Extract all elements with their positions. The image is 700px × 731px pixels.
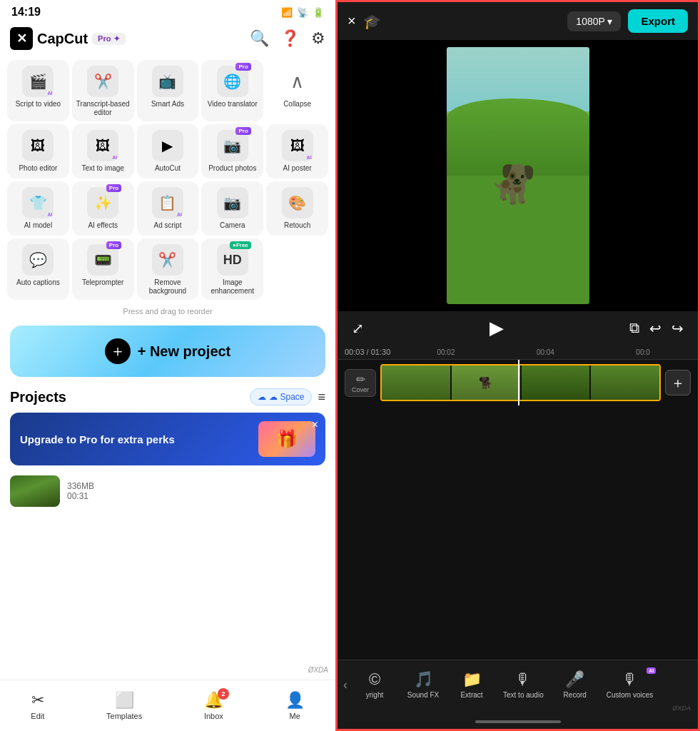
toolbar-left-arrow[interactable]: ‹	[340, 666, 350, 703]
redo-button[interactable]: ↪	[671, 320, 684, 337]
toolbar-text-to-audio[interactable]: 🎙 Text to audio	[496, 666, 551, 703]
tool-script-to-video[interactable]: 🎬 AI Script to video	[7, 60, 69, 121]
logo-area: ✕ CapCut Pro ✦	[10, 27, 244, 50]
toolbar-record[interactable]: 🎤 Record	[551, 666, 599, 703]
tool-label: Script to video	[16, 100, 61, 109]
tool-autocut[interactable]: ▶ AutoCut	[137, 124, 199, 178]
inbox-icon: 🔔 2	[204, 691, 223, 710]
sort-icon[interactable]: ≡	[318, 390, 325, 405]
tool-ad-script[interactable]: 📋 AI Ad script	[137, 181, 199, 236]
custom-voices-icon: 🎙	[622, 670, 638, 689]
tool-teleprompter[interactable]: Pro 📟 Teleprompter	[72, 238, 134, 300]
new-project-button[interactable]: ＋ + New project	[10, 326, 325, 377]
tool-smart-ads[interactable]: 📺 Smart Ads	[137, 60, 199, 121]
nav-me-label: Me	[289, 712, 300, 720]
video-preview: 🐕	[338, 40, 698, 311]
cover-icon: ✏	[356, 373, 365, 386]
tool-label: Auto captions	[16, 278, 60, 287]
ai-poster-icon: 🖼	[290, 138, 305, 154]
right-panel: × 🎓 1080P ▾ Export 🐕 ⤢ ▶ ⧉ ↩ ↪ 00:	[335, 0, 700, 731]
export-button[interactable]: Export	[628, 9, 688, 33]
header-icons: 🔍 ❓ ⚙	[250, 29, 325, 48]
strip-3	[522, 366, 590, 400]
tool-camera[interactable]: 📷 Camera	[201, 181, 263, 236]
pro-badge[interactable]: Pro ✦	[92, 33, 125, 45]
battery-icon: 🔋	[313, 7, 324, 18]
camera-icon: 📷	[223, 194, 241, 211]
toolbar-custom-voices[interactable]: AI 🎙 Custom voices	[599, 666, 661, 703]
toolbar-sound-fx[interactable]: 🎵 Sound FX	[399, 666, 447, 703]
tool-ai-model[interactable]: 👕 AI AI model	[7, 181, 69, 236]
nav-templates[interactable]: ⬜ Templates	[106, 691, 142, 720]
toolbar-copyright[interactable]: © yright	[350, 666, 399, 703]
home-indicator	[475, 720, 561, 723]
photo-editor-icon: 🖼	[31, 138, 45, 154]
settings-icon[interactable]: ⚙	[311, 29, 325, 48]
search-icon[interactable]: 🔍	[250, 29, 269, 48]
undo-button[interactable]: ↩	[649, 320, 661, 337]
toolbar-sound-fx-label: Sound FX	[407, 691, 439, 699]
nav-templates-label: Templates	[106, 712, 142, 720]
timeline-area: 00:03 / 01:30 00:02 00:04 00:0 ✏ Cover 🐕	[338, 345, 698, 660]
tool-auto-captions[interactable]: 💬 Auto captions	[7, 238, 69, 300]
ruler-marks: 00:02 00:04 00:0	[396, 348, 691, 356]
status-icons: 📶 📡 🔋	[281, 7, 324, 18]
nav-inbox[interactable]: 🔔 2 Inbox	[204, 691, 223, 720]
resolution-button[interactable]: 1080P ▾	[567, 11, 621, 31]
ruler-mark-1: 00:02	[437, 348, 455, 356]
promo-close-button[interactable]: ×	[312, 418, 318, 431]
bottom-toolbar: ‹ © yright 🎵 Sound FX 📁 Extract 🎙 Text t…	[338, 660, 698, 717]
edit-controls: ⧉ ↩ ↪	[629, 320, 684, 337]
tool-label: AI model	[24, 221, 52, 230]
tool-video-translator[interactable]: Pro 🌐 Video translator	[201, 60, 263, 121]
tool-label: Retouch	[284, 221, 310, 230]
tool-remove-bg[interactable]: ✂️ Remove background	[137, 238, 199, 300]
nav-me[interactable]: 👤 Me	[285, 691, 305, 720]
autocut-icon: ▶	[162, 137, 173, 154]
video-strips[interactable]: 🐕	[380, 364, 661, 401]
space-button[interactable]: ☁ ☁ Space	[250, 388, 312, 405]
tool-collapse[interactable]: ∧ Collapse	[266, 60, 328, 121]
sound-fx-icon: 🎵	[414, 670, 433, 689]
tool-text-to-image[interactable]: 🖼 AI Text to image	[72, 124, 134, 178]
toolbar-extract[interactable]: 📁 Extract	[447, 666, 496, 703]
tool-retouch[interactable]: 🎨 Retouch	[266, 181, 328, 236]
text-image-icon: 🖼	[96, 138, 110, 154]
capcut-logo-icon: ✕	[10, 27, 33, 50]
wifi-icon: 📡	[297, 7, 308, 18]
fullscreen-button[interactable]: ⤢	[352, 320, 364, 337]
layers-button[interactable]: ⧉	[629, 320, 639, 336]
close-button[interactable]: ×	[348, 13, 356, 29]
record-icon: 🎤	[565, 670, 584, 689]
project-item[interactable]: 336MB 00:31	[0, 470, 335, 513]
tutorial-button[interactable]: 🎓	[363, 13, 381, 30]
script-video-icon: 🎬	[29, 73, 47, 90]
play-button[interactable]: ▶	[490, 317, 504, 339]
tools-grid: 🎬 AI Script to video ✂️ Transcript-based…	[0, 56, 335, 304]
tool-product-photos[interactable]: Pro 📷 Product photos	[201, 124, 263, 178]
tool-label: Text to image	[81, 164, 123, 173]
extract-icon: 📁	[462, 670, 482, 689]
right-xda-logo: ØXDA	[338, 703, 698, 715]
text-audio-icon: 🎙	[515, 670, 531, 689]
collapse-icon: ∧	[290, 71, 304, 93]
add-clip-button[interactable]: ＋	[665, 370, 691, 395]
tool-transcript-editor[interactable]: ✂️ Transcript-based editor	[72, 60, 134, 121]
help-icon[interactable]: ❓	[280, 29, 300, 48]
auto-captions-icon: 💬	[29, 251, 47, 268]
promo-image: 🎁	[258, 421, 315, 457]
tool-ai-poster[interactable]: 🖼 AI AI poster	[266, 124, 328, 178]
drag-hint: Press and drag to reorder	[0, 304, 335, 320]
toolbar-text-audio-label: Text to audio	[503, 691, 544, 699]
nav-edit[interactable]: ✂ Edit	[31, 691, 44, 720]
app-title: CapCut	[37, 31, 88, 47]
project-thumbnail	[10, 475, 60, 507]
cover-button[interactable]: ✏ Cover	[345, 369, 376, 397]
tool-photo-editor[interactable]: 🖼 Photo editor	[7, 124, 69, 178]
tool-ai-effects[interactable]: Pro ✨ AI effects	[72, 181, 134, 236]
tool-label: Product photos	[208, 164, 256, 173]
timeline-track: ✏ Cover 🐕 ＋	[338, 360, 698, 405]
tool-image-enhancement[interactable]: ●Free HD Image enhancement	[201, 238, 263, 300]
remove-bg-icon: ✂️	[158, 251, 176, 268]
me-icon: 👤	[285, 691, 305, 710]
